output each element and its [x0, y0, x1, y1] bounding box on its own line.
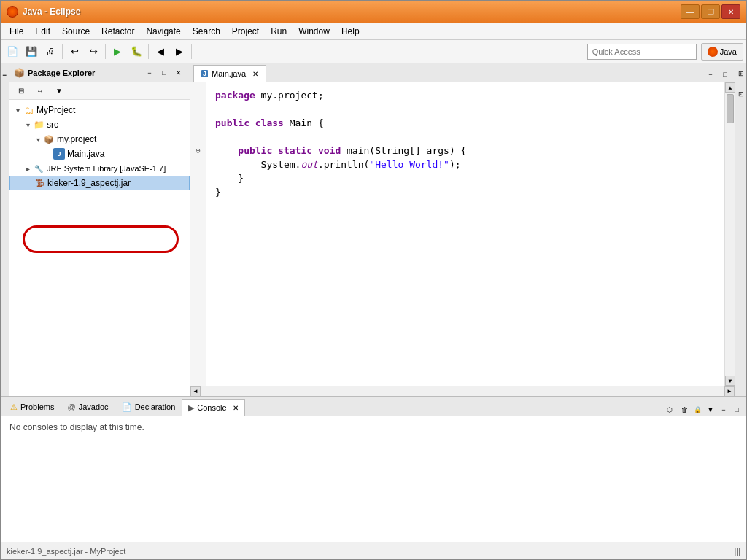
pe-content: ▾ 🗂 MyProject ▾ 📁 src ▾ 📦 my.project	[9, 100, 190, 396]
tree-arrow-myproject: ▾	[12, 106, 23, 114]
menu-bar: File Edit Source Refactor Navigate Searc…	[1, 23, 746, 40]
tree-arrow-src: ▾	[23, 121, 33, 129]
menu-navigate[interactable]: Navigate	[140, 25, 186, 38]
console-clear-btn[interactable]: 🗑	[678, 404, 691, 416]
console-minimize-btn[interactable]: −	[717, 404, 730, 416]
title-left: Java - Eclipse	[7, 6, 80, 18]
java-icon	[708, 47, 718, 57]
tree-label-myproject: MyProject	[36, 105, 75, 115]
back-button[interactable]: ◀	[152, 43, 169, 61]
right-sidebar-strip: ⊞ ⊡	[735, 63, 746, 396]
code-line-7: }	[215, 171, 716, 185]
scrollbar-up-btn[interactable]: ▲	[725, 82, 735, 93]
console-content: No consoles to display at this time.	[1, 416, 746, 542]
editor-tab-controls: − □	[704, 69, 732, 82]
folder-icon-src: 📁	[33, 119, 44, 131]
new-button[interactable]: 📄	[4, 43, 21, 61]
editor-tab-label: Main.java	[212, 69, 246, 78]
editor-maximize-btn[interactable]: □	[719, 69, 732, 80]
tab-javadoc[interactable]: @ Javadoc	[61, 398, 115, 416]
left-sidebar-strip: ≡	[1, 63, 9, 396]
tab-problems[interactable]: ⚠ Problems	[4, 398, 61, 416]
tree-item-mypackage[interactable]: ▾ 📦 my.project	[9, 132, 190, 147]
editor-minimize-btn[interactable]: −	[704, 69, 717, 80]
redo-button[interactable]: ↪	[85, 43, 102, 61]
tree-label-jre: JRE System Library [JavaSE-1.7]	[47, 164, 166, 173]
tab-console[interactable]: ▶ Console ✕	[182, 399, 244, 416]
menu-search[interactable]: Search	[187, 25, 226, 38]
bottom-tabs: ⚠ Problems @ Javadoc 📄 Declaration ▶ Con…	[1, 397, 746, 416]
undo-button[interactable]: ↩	[66, 43, 83, 61]
tab-declaration[interactable]: 📄 Declaration	[115, 398, 182, 416]
menu-file[interactable]: File	[4, 25, 29, 38]
restore-button[interactable]: ❐	[701, 4, 720, 19]
java-perspective-button[interactable]: Java	[701, 43, 743, 61]
print-button[interactable]: 🖨	[42, 43, 59, 61]
minimize-button[interactable]: —	[681, 4, 700, 19]
tree-item-myproject[interactable]: ▾ 🗂 MyProject	[9, 103, 190, 117]
console-maximize-btn[interactable]: □	[730, 404, 743, 416]
pe-minimize-btn[interactable]: −	[143, 67, 156, 79]
window-title: Java - Eclipse	[23, 7, 80, 17]
quick-access-input[interactable]	[587, 44, 697, 60]
tab-javadoc-label: Javadoc	[79, 402, 109, 411]
tree-item-kieker[interactable]: 🗜 kieker-1.9_aspectj.jar	[9, 176, 190, 190]
tab-console-close[interactable]: ✕	[233, 404, 239, 412]
console-menu-btn[interactable]: ▼	[704, 404, 717, 416]
menu-project[interactable]: Project	[226, 25, 265, 38]
toolbar: 📄 💾 🖨 ↩ ↪ ▶ 🐛 ◀ ▶ Java	[1, 40, 746, 63]
forward-button[interactable]: ▶	[171, 43, 188, 61]
save-button[interactable]: 💾	[23, 43, 40, 61]
tree-item-src[interactable]: ▾ 📁 src	[9, 117, 190, 132]
tree-label-kieker: kieker-1.9_aspectj.jar	[47, 178, 131, 188]
code-line-2	[215, 102, 716, 116]
code-line-3: public class Main {	[215, 116, 716, 130]
editor-tab-mainjava[interactable]: J Main.java ✕	[193, 65, 266, 82]
console-external-btn[interactable]: ⬡	[663, 404, 676, 416]
menu-run[interactable]: Run	[265, 25, 293, 38]
pe-maximize-btn[interactable]: □	[158, 67, 171, 79]
right-strip-btn-1[interactable]: ⊞	[736, 65, 746, 82]
menu-window[interactable]: Window	[293, 25, 336, 38]
scrollbar-thumb[interactable]	[727, 94, 734, 123]
code-content[interactable]: package my.project; public class Main { …	[206, 82, 724, 386]
menu-help[interactable]: Help	[336, 25, 365, 38]
run-button[interactable]: ▶	[109, 43, 126, 61]
code-area: ⊖ package my.project; public class	[190, 82, 735, 386]
bottom-panel: ⚠ Problems @ Javadoc 📄 Declaration ▶ Con…	[1, 396, 746, 542]
tree-item-mainjava[interactable]: J Main.java	[9, 147, 190, 161]
right-strip-btn-2[interactable]: ⊡	[736, 85, 746, 103]
status-left: kieker-1.9_aspectj.jar - MyProject	[7, 547, 125, 556]
debug-button[interactable]: 🐛	[128, 43, 145, 61]
hscroll-left-btn[interactable]: ◄	[190, 386, 201, 397]
tree-item-jre[interactable]: ▸ 🔧 JRE System Library [JavaSE-1.7]	[9, 161, 190, 176]
editor-tab-close[interactable]: ✕	[252, 70, 258, 78]
scrollbar-down-btn[interactable]: ▼	[725, 376, 735, 386]
toolbar-sep-1	[62, 44, 63, 59]
pe-close-btn[interactable]: ✕	[172, 67, 185, 79]
code-line-4	[215, 130, 716, 144]
hscroll-right-btn[interactable]: ►	[724, 386, 735, 397]
window-controls: — ❐ ✕	[681, 4, 740, 19]
kw-public-2: public	[238, 144, 272, 158]
eclipse-icon	[7, 6, 18, 18]
window-frame: Java - Eclipse — ❐ ✕ File Edit Source Re…	[0, 0, 747, 560]
title-bar: Java - Eclipse — ❐ ✕	[1, 1, 746, 23]
tree-arrow-mypackage: ▾	[33, 136, 43, 144]
menu-refactor[interactable]: Refactor	[96, 25, 140, 38]
code-gutter: ⊖	[190, 82, 206, 386]
pe-sync-btn[interactable]: ↔	[31, 82, 49, 100]
toolbar-sep-4	[191, 44, 192, 59]
editor-scrollbar-right[interactable]: ▲ ▼	[724, 82, 735, 386]
pe-collapse-btn[interactable]: ⊟	[12, 82, 30, 100]
scrollbar-track	[725, 93, 735, 376]
pe-menu-btn[interactable]: ▼	[50, 82, 68, 100]
close-button[interactable]: ✕	[721, 4, 740, 19]
menu-source[interactable]: Source	[56, 25, 96, 38]
menu-edit[interactable]: Edit	[29, 25, 56, 38]
console-scroll-lock-btn[interactable]: 🔒	[691, 404, 704, 416]
package-explorer-header: 📦 Package Explorer − □ ✕	[9, 63, 190, 82]
fold-arrow-line5[interactable]: ⊖	[196, 144, 201, 158]
tab-problems-label: Problems	[20, 402, 54, 411]
editor-hscroll[interactable]: ◄ ►	[190, 386, 735, 396]
